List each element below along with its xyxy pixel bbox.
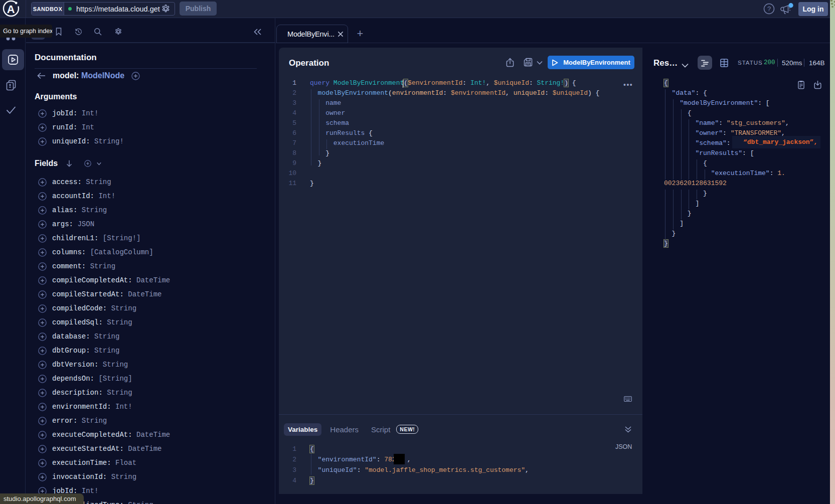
svg-text:A: A xyxy=(7,3,15,16)
svg-text:?: ? xyxy=(767,5,771,13)
